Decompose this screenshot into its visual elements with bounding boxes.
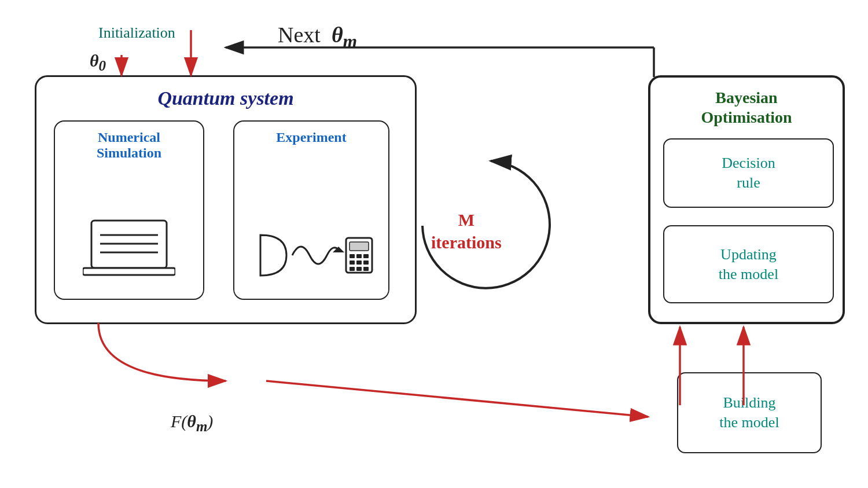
experiment-box: Experiment bbox=[233, 120, 389, 300]
svg-line-24 bbox=[266, 381, 648, 417]
bayesian-optimisation-box: BayesianOptimisation Decisionrule Updati… bbox=[648, 75, 845, 324]
svg-rect-10 bbox=[363, 254, 369, 258]
bayesian-optimisation-title: BayesianOptimisation bbox=[650, 88, 843, 127]
building-model-text: Buildingthe model bbox=[719, 393, 779, 432]
svg-rect-8 bbox=[350, 254, 355, 258]
m-iterations-label: Miterations bbox=[431, 208, 502, 254]
numerical-simulation-box: NumericalSimulation bbox=[54, 120, 204, 300]
updating-model-box: Updatingthe model bbox=[663, 225, 834, 303]
svg-rect-11 bbox=[350, 260, 355, 265]
svg-rect-14 bbox=[350, 267, 355, 271]
numerical-simulation-title: NumericalSimulation bbox=[55, 130, 203, 161]
svg-rect-16 bbox=[363, 267, 369, 271]
experiment-icon bbox=[243, 226, 382, 284]
svg-rect-7 bbox=[350, 242, 369, 251]
svg-rect-12 bbox=[356, 260, 362, 265]
quantum-system-title: Quantum system bbox=[36, 87, 415, 109]
building-model-box: Buildingthe model bbox=[677, 372, 822, 453]
theta0-label: θ0 bbox=[90, 51, 106, 74]
initialization-label: Initialization bbox=[98, 24, 175, 42]
diagram-container: Initialization θ0 Next θm F(θm) Quantum … bbox=[0, 0, 868, 488]
svg-rect-15 bbox=[356, 267, 362, 271]
svg-rect-4 bbox=[83, 268, 175, 275]
svg-rect-9 bbox=[356, 254, 362, 258]
next-theta-label: Next θm bbox=[278, 22, 357, 52]
experiment-title: Experiment bbox=[234, 130, 388, 145]
decision-rule-box: Decisionrule bbox=[663, 138, 834, 208]
svg-rect-13 bbox=[363, 260, 369, 265]
laptop-icon bbox=[83, 218, 175, 281]
decision-rule-text: Decisionrule bbox=[722, 153, 775, 193]
updating-model-text: Updatingthe model bbox=[719, 245, 778, 284]
f-theta-label: F(θm) bbox=[171, 412, 213, 435]
quantum-system-box: Quantum system NumericalSimulation Exper… bbox=[35, 75, 417, 324]
